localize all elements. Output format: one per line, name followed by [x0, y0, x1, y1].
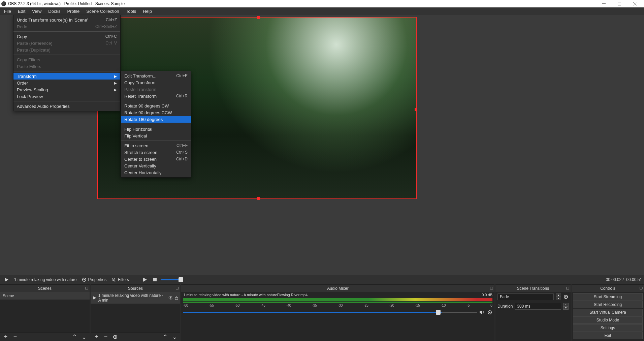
edit-menu-item-accel: Ctrl+C [97, 34, 117, 39]
db-tick: -20 [389, 304, 394, 307]
transform-menu-item-label: Reset Transform [124, 94, 167, 99]
toggle-preview-icon[interactable] [2, 277, 11, 283]
lock-icon[interactable] [174, 296, 178, 300]
dock-popout-icon[interactable]: ▢ [566, 286, 569, 290]
start-recording-button[interactable]: Start Recording [573, 301, 643, 308]
dock-popout-icon[interactable]: ▢ [490, 286, 493, 290]
media-stop-button[interactable] [151, 277, 159, 283]
media-play-button[interactable] [140, 277, 149, 283]
transform-menu-item[interactable]: Rotate 90 degrees CCW [121, 109, 191, 116]
transform-menu-item[interactable]: Reset TransformCtrl+R [121, 93, 191, 99]
menu-profile[interactable]: Profile [64, 8, 83, 14]
edit-menu-item: RedoCtrl+Shift+Z [13, 23, 120, 30]
menubar: FileEditViewDocksProfileScene Collection… [0, 7, 644, 15]
properties-button[interactable]: Properties [80, 277, 108, 283]
scene-item[interactable]: Scene [0, 292, 90, 300]
svg-point-13 [170, 297, 171, 299]
studio-mode-button[interactable]: Studio Mode [573, 316, 643, 324]
edit-menu-item[interactable]: Transform▶ [13, 73, 120, 80]
remove-source-button[interactable]: − [103, 334, 109, 340]
edit-menu-item[interactable]: Lock Preview [13, 93, 120, 100]
edit-menu-item-label: Preview Scaling [17, 87, 114, 92]
filters-button[interactable]: Filters [110, 277, 131, 283]
source-properties-button[interactable] [112, 334, 118, 340]
edit-menu-item-accel: Ctrl+Z [97, 18, 117, 22]
transform-menu-item[interactable]: Flip Horizontal [121, 126, 191, 132]
play-icon [93, 296, 96, 300]
start-streaming-button[interactable]: Start Streaming [573, 293, 643, 301]
db-tick: -25 [363, 304, 368, 307]
controls-title: Controls [600, 286, 615, 291]
transform-menu-item[interactable]: Center Vertically [121, 162, 191, 169]
exit-button[interactable]: Exit [573, 332, 643, 339]
transform-menu-item-accel: Ctrl+D [167, 157, 188, 161]
transform-submenu[interactable]: Edit Transform...Ctrl+ECopy TransformPas… [121, 71, 191, 178]
transform-menu-item[interactable]: Center to screenCtrl+D [121, 156, 191, 162]
source-item[interactable]: 1 minute relaxing video with nature - A … [91, 292, 180, 304]
transform-menu-item[interactable]: Center Horizontally [121, 169, 191, 176]
remove-scene-button[interactable]: − [12, 334, 18, 340]
edit-menu-item-label: Advanced Audio Properties [17, 104, 117, 109]
gear-icon [82, 277, 87, 282]
transition-type-select[interactable]: Fade [497, 293, 554, 300]
speaker-icon[interactable] [479, 309, 485, 315]
edit-menu[interactable]: Undo Transform source(s) In 'Scene'Ctrl+… [13, 15, 121, 111]
window-minimize-button[interactable] [596, 0, 612, 7]
window-close-button[interactable] [627, 0, 643, 7]
settings-button[interactable]: Settings [573, 324, 643, 332]
edit-menu-item[interactable]: CopyCtrl+C [13, 33, 120, 40]
db-tick: -40 [286, 304, 291, 307]
add-scene-button[interactable]: + [3, 334, 9, 340]
transition-type-stepper[interactable]: ▴▾ [556, 293, 561, 300]
transform-menu-item-label: Center to screen [124, 157, 167, 162]
source-toolbar: 1 minute relaxing video with nature Prop… [0, 275, 644, 284]
move-source-up-button[interactable]: ⌃ [162, 334, 168, 340]
svg-rect-10 [153, 278, 157, 281]
volume-slider[interactable] [183, 312, 477, 313]
edit-menu-item[interactable]: Preview Scaling▶ [13, 86, 120, 93]
gear-icon[interactable] [487, 310, 492, 315]
transition-duration-stepper[interactable]: ▴▾ [563, 303, 569, 310]
svg-point-16 [115, 336, 116, 338]
db-tick: -5 [466, 304, 470, 307]
transform-menu-item[interactable]: Fit to screenCtrl+F [121, 142, 191, 149]
media-seek-slider[interactable] [161, 279, 181, 280]
transform-menu-item[interactable]: Edit Transform...Ctrl+E [121, 72, 191, 79]
menu-scene-collection[interactable]: Scene Collection [83, 8, 123, 14]
add-source-button[interactable]: + [93, 334, 99, 340]
dock-popout-icon[interactable]: ▢ [175, 286, 179, 290]
transform-menu-item[interactable]: Rotate 180 degrees [121, 116, 191, 123]
dock-popout-icon[interactable]: ▢ [85, 286, 88, 290]
menu-edit[interactable]: Edit [14, 8, 29, 14]
gear-icon[interactable] [563, 294, 569, 300]
menu-docks[interactable]: Docks [45, 8, 64, 14]
transform-menu-item-label: Stretch to screen [124, 150, 167, 155]
menu-tools[interactable]: Tools [123, 8, 139, 14]
menu-help[interactable]: Help [139, 8, 155, 14]
start-virtual-camera-button[interactable]: Start Virtual Camera [573, 309, 643, 316]
transform-menu-item-accel: Ctrl+F [168, 143, 188, 148]
db-scale: -60-55-50-45-40-35-30-25-20-15-10-50 [181, 304, 494, 307]
visibility-icon[interactable] [168, 296, 173, 300]
menu-file[interactable]: File [1, 8, 14, 14]
filters-icon [112, 277, 117, 282]
move-source-down-button[interactable]: ⌄ [171, 334, 178, 340]
menu-view[interactable]: View [29, 8, 45, 14]
transform-menu-item[interactable]: Flip Vertical [121, 132, 191, 139]
preview-workspace: Undo Transform source(s) In 'Scene'Ctrl+… [0, 15, 644, 275]
edit-menu-item-label: Lock Preview [17, 94, 117, 99]
transform-menu-item-label: Center Horizontally [124, 170, 188, 175]
edit-menu-item[interactable]: Advanced Audio Properties [13, 103, 120, 110]
transform-menu-item[interactable]: Copy Transform [121, 79, 191, 86]
transform-menu-item[interactable]: Stretch to screenCtrl+S [121, 149, 191, 156]
move-scene-down-button[interactable]: ⌄ [81, 334, 87, 340]
sources-title: Sources [128, 286, 143, 291]
dock-popout-icon[interactable]: ▢ [639, 286, 643, 290]
gear-icon [113, 335, 118, 339]
edit-menu-item[interactable]: Order▶ [13, 80, 120, 86]
transform-menu-item[interactable]: Rotate 90 degrees CW [121, 102, 191, 109]
edit-menu-item[interactable]: Undo Transform source(s) In 'Scene'Ctrl+… [13, 17, 120, 23]
move-scene-up-button[interactable]: ⌃ [71, 334, 77, 340]
transition-duration-input[interactable]: 300 ms [515, 303, 561, 310]
window-maximize-button[interactable] [612, 0, 627, 7]
